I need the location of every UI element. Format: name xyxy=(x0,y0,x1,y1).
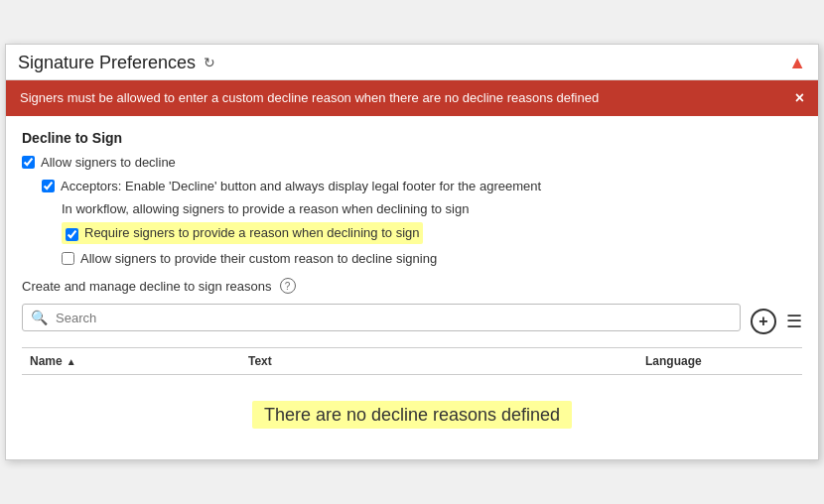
empty-state: There are no decline reasons defined xyxy=(22,375,802,445)
search-bar: 🔍 xyxy=(22,304,741,331)
acceptors-row: Acceptors: Enable 'Decline' button and a… xyxy=(22,178,802,195)
search-icon: 🔍 xyxy=(31,310,48,325)
manage-row: Create and manage decline to sign reason… xyxy=(22,278,802,294)
empty-message-text: There are no decline reasons defined xyxy=(252,401,572,429)
search-input[interactable] xyxy=(56,311,732,325)
require-reason-highlight: Require signers to provide a reason when… xyxy=(62,222,423,244)
require-reason-label: Require signers to provide a reason when… xyxy=(84,224,419,242)
allow-custom-row: Allow signers to provide their custom re… xyxy=(22,250,802,268)
main-content: Decline to Sign Allow signers to decline… xyxy=(6,116,818,460)
allow-custom-label: Allow signers to provide their custom re… xyxy=(80,250,437,268)
warning-icon: ▲ xyxy=(788,53,806,73)
title-bar-left: Signature Preferences ↻ xyxy=(18,53,215,73)
allow-signers-row: Allow signers to decline xyxy=(22,154,802,172)
search-bar-container: 🔍 + ☰ xyxy=(22,304,802,339)
page-title: Signature Preferences xyxy=(18,53,196,73)
require-reason-row: Require signers to provide a reason when… xyxy=(22,222,802,244)
close-banner-button[interactable]: × xyxy=(795,90,804,106)
col-text-header: Text xyxy=(248,354,645,368)
manage-label: Create and manage decline to sign reason… xyxy=(22,279,272,294)
allow-custom-checkbox[interactable] xyxy=(62,252,74,265)
decline-section-title: Decline to Sign xyxy=(22,130,802,146)
acceptors-checkbox[interactable] xyxy=(42,180,55,192)
sort-arrow-icon: ▲ xyxy=(67,356,76,367)
main-window: Signature Preferences ↻ ▲ Signers must b… xyxy=(5,44,819,461)
help-icon[interactable]: ? xyxy=(280,278,296,294)
table-header: Name ▲ Text Language xyxy=(22,347,802,375)
error-banner: Signers must be allowed to enter a custo… xyxy=(6,80,818,116)
add-button[interactable]: + xyxy=(751,309,776,334)
acceptors-label: Acceptors: Enable 'Decline' button and a… xyxy=(61,178,541,195)
require-reason-checkbox[interactable] xyxy=(66,228,78,241)
error-message: Signers must be allowed to enter a custo… xyxy=(20,90,599,105)
allow-signers-checkbox[interactable] xyxy=(22,156,35,169)
col-name-header: Name ▲ xyxy=(30,354,248,368)
title-bar: Signature Preferences ↻ ▲ xyxy=(6,45,818,80)
workflow-text: In workflow, allowing signers to provide… xyxy=(22,201,802,216)
menu-button[interactable]: ☰ xyxy=(786,311,802,332)
col-language-header: Language xyxy=(645,354,794,368)
allow-signers-label: Allow signers to decline xyxy=(41,154,176,172)
refresh-icon[interactable]: ↻ xyxy=(204,55,215,70)
